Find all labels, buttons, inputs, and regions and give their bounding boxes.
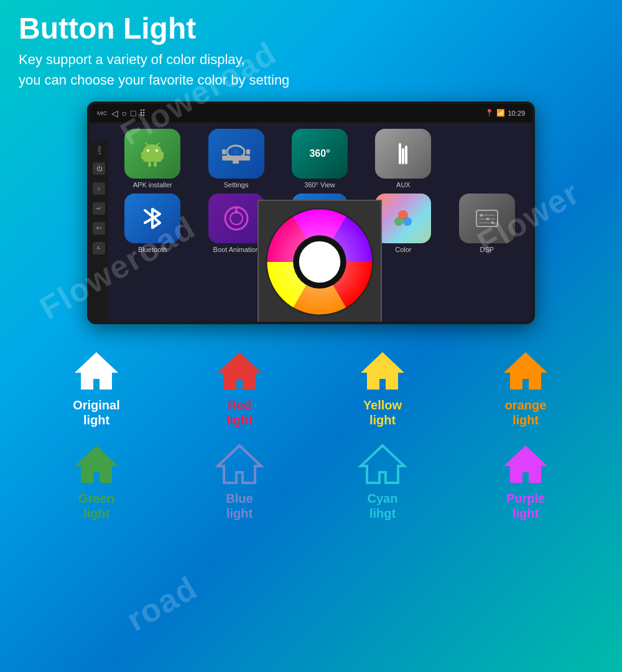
screen-area: RST ⏻ ⌂ ↩ 4+ 4-: [90, 123, 532, 322]
device-status-right: 📍 📶 10:29: [485, 109, 525, 117]
page-subtitle: Key support a variety of color display, …: [19, 49, 603, 90]
page-wrapper: Button Light Key support a variety of co…: [0, 0, 622, 672]
green-label: Greenlight: [78, 491, 114, 521]
svg-marker-48: [504, 446, 547, 483]
rst-label: RST: [97, 146, 101, 155]
cyan-label: Cyanlihgt: [368, 491, 398, 521]
app-apk-label: APK installer: [133, 181, 172, 189]
svg-marker-44: [504, 352, 547, 390]
chrome-with-popup: Chrome: [281, 194, 359, 253]
purple-label: Purplelight: [506, 491, 545, 521]
svg-rect-5: [160, 152, 164, 159]
svg-marker-43: [361, 352, 404, 390]
color-option-cyan[interactable]: Cyanlihgt: [311, 432, 454, 526]
vol-up-btn[interactable]: 4+: [93, 222, 105, 235]
color-option-purple[interactable]: Purplelight: [454, 432, 597, 526]
app-bluetooth-label: Bluetooth: [138, 246, 167, 253]
app-apk-installer[interactable]: APK installer: [113, 129, 192, 189]
color-icon-box: [375, 194, 431, 243]
purple-house-icon: [501, 442, 550, 486]
time-display: 10:29: [508, 110, 525, 117]
home-button[interactable]: ○: [122, 108, 127, 118]
svg-rect-4: [141, 152, 144, 159]
back-button[interactable]: ◁: [111, 108, 118, 118]
yellow-house-icon: [358, 349, 407, 393]
blue-label: Bluelight: [226, 491, 253, 521]
location-icon: 📍: [485, 109, 494, 117]
blue-house-icon: [215, 442, 264, 486]
svg-point-27: [299, 241, 341, 283]
360-icon-box: 360°: [292, 129, 348, 179]
device-nav-left: MIC ◁ ○ □ ⠿: [97, 108, 146, 118]
color-option-yellow[interactable]: Yellowlight: [311, 339, 454, 432]
settings-icon-box: [208, 129, 264, 179]
home-side-btn[interactable]: ⌂: [93, 182, 105, 195]
svg-line-9: [156, 143, 159, 146]
svg-rect-40: [491, 222, 494, 224]
svg-marker-47: [361, 446, 404, 483]
svg-rect-6: [148, 162, 151, 167]
color-option-green[interactable]: Greenlight: [25, 432, 168, 526]
app-dsp[interactable]: DSP: [448, 194, 526, 253]
svg-point-33: [403, 217, 412, 226]
boot-icon-box: [208, 194, 264, 243]
vol-down-btn[interactable]: 4-: [93, 242, 105, 254]
app-empty: [448, 129, 526, 189]
app-settings-label: Settings: [224, 181, 249, 189]
cyan-house-icon: [358, 442, 407, 486]
svg-point-32: [394, 217, 403, 226]
back-side-btn[interactable]: ↩: [93, 202, 105, 215]
color-option-orange[interactable]: orangelight: [454, 339, 597, 432]
app-bluetooth[interactable]: Bluetooth: [113, 194, 192, 253]
bluetooth-icon-box: [124, 194, 180, 243]
apk-icon-box: [124, 129, 180, 179]
recents-button[interactable]: □: [131, 108, 136, 118]
svg-point-1: [147, 149, 149, 152]
color-option-red[interactable]: Redlight: [168, 339, 311, 432]
yellow-label: Yellowlight: [363, 398, 402, 427]
original-label: Originallight: [73, 398, 120, 427]
device-container: MIC ◁ ○ □ ⠿ 📍 📶 10:29: [19, 101, 603, 324]
signal-icon: 📶: [496, 109, 505, 117]
aux-icon-box: [375, 129, 431, 179]
device-top-bar: MIC ◁ ○ □ ⠿ 📍 📶 10:29: [90, 104, 532, 123]
green-house-icon: [72, 442, 121, 486]
mic-label: MIC: [97, 110, 108, 116]
app-360-label: 360° View: [304, 181, 335, 189]
device-screen: APK installer: [90, 123, 532, 322]
power-side-btn[interactable]: ⏻: [93, 162, 105, 175]
app-dsp-label: DSP: [480, 246, 494, 253]
svg-point-20: [230, 212, 243, 225]
360-text: 360°: [309, 148, 330, 159]
svg-rect-13: [246, 149, 250, 154]
svg-rect-12: [222, 149, 226, 154]
original-house-icon: [72, 349, 121, 393]
svg-rect-7: [154, 162, 157, 167]
app-aux-label: AUX: [396, 181, 411, 189]
device-inner: MIC ◁ ○ □ ⠿ 📍 📶 10:29: [90, 104, 532, 322]
svg-rect-38: [480, 214, 483, 217]
svg-point-14: [233, 149, 238, 154]
page-title: Button Light: [19, 12, 603, 45]
svg-point-2: [156, 149, 158, 152]
color-option-original[interactable]: Originallight: [25, 339, 168, 432]
app-boot-label: Boot Animation: [213, 246, 259, 253]
svg-marker-45: [75, 446, 118, 483]
color-wheel-popup[interactable]: [258, 200, 382, 322]
svg-marker-46: [218, 446, 261, 483]
red-house-icon: [215, 349, 264, 393]
app-360-view[interactable]: 360° 360° View: [281, 129, 359, 189]
svg-marker-41: [75, 352, 118, 390]
app-settings[interactable]: Settings: [197, 129, 275, 189]
apps-button[interactable]: ⠿: [139, 108, 146, 118]
svg-rect-15: [233, 161, 239, 164]
app-color-label: Color: [395, 246, 411, 253]
app-aux[interactable]: AUX: [364, 129, 442, 189]
svg-marker-22: [234, 209, 239, 213]
device: MIC ◁ ○ □ ⠿ 📍 📶 10:29: [87, 101, 535, 324]
color-options-grid: Originallight Redlight Yellowlight orang…: [19, 339, 603, 526]
orange-label: orangelight: [505, 398, 547, 427]
color-option-blue[interactable]: Bluelight: [168, 432, 311, 526]
red-label: Redlight: [226, 398, 253, 427]
orange-house-icon: [501, 349, 550, 393]
